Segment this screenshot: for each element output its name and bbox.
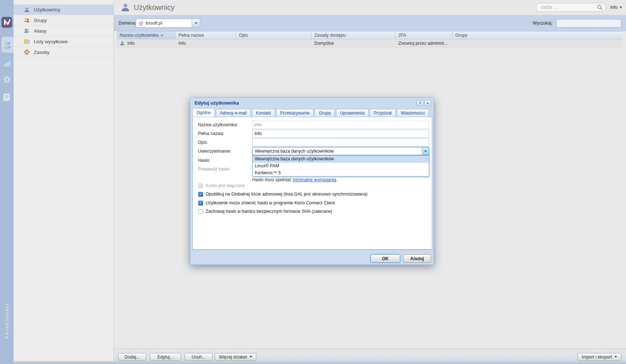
option-internal-database[interactable]: Wewnętrzna baza danych użytkowników [253, 156, 429, 163]
app-logo-icon[interactable] [1, 17, 12, 28]
nav-stats-button[interactable] [0, 57, 14, 70]
user-icon [24, 7, 30, 13]
domain-dropdown-button[interactable] [192, 19, 200, 27]
chevron-down-icon [424, 150, 427, 152]
sidebar: Użytkownicy Grupy Aliasy [14, 0, 114, 364]
domain-label: Domena: [119, 15, 137, 32]
chevron-down-icon [195, 22, 198, 24]
sidebar-item-uzytkownicy[interactable]: Użytkownicy [14, 4, 113, 15]
info-menu-button[interactable]: Info [610, 0, 622, 15]
tab-przydzial[interactable]: Przydział [370, 109, 396, 117]
close-icon[interactable]: × [424, 100, 431, 106]
column-header-grupy[interactable]: Grupy [452, 32, 623, 39]
sidebar-item-label: Zasoby [34, 50, 50, 55]
tab-grupy[interactable]: Grupy [315, 109, 335, 117]
option-linux-pam[interactable]: Linux® PAM [253, 163, 429, 170]
edit-button[interactable]: Edytuj... [150, 353, 181, 361]
filter-toolbar: Domena: @ bssoft.pl Wyszukaj: [114, 15, 626, 31]
nav-logs-button[interactable] [0, 90, 14, 105]
chevron-down-icon [619, 7, 622, 8]
users-icon [3, 40, 12, 50]
column-header-zasady-dostepu[interactable]: Zasady dostępu [311, 32, 395, 39]
at-icon: @ [136, 21, 146, 26]
users-page-icon [120, 3, 130, 12]
description-field[interactable] [252, 138, 429, 146]
chevron-down-icon [614, 356, 617, 358]
domain-value: bssoft.pl [146, 21, 162, 26]
column-header-opis[interactable]: Opis [236, 32, 311, 39]
checkbox-account-enabled: Konto jest włączone [198, 183, 245, 188]
logs-icon [3, 93, 11, 102]
column-header-nazwa-uzytkownika[interactable]: Nazwa użytkownika [117, 32, 176, 39]
cell-description [236, 39, 311, 47]
gear-icon [3, 75, 11, 84]
bottom-status-strip [14, 361, 626, 364]
tab-adresy-email[interactable]: Adresy e-mail [216, 109, 251, 117]
sidebar-item-aliasy[interactable]: Aliasy [14, 26, 113, 36]
domain-select[interactable]: @ bssoft.pl [136, 19, 200, 28]
nav-users-button[interactable] [1, 37, 14, 53]
tab-kontakt[interactable]: Kontakt [252, 109, 275, 117]
column-header-pelna-nazwa[interactable]: Pełna nazwa [176, 32, 236, 39]
checkbox-unchecked-icon [198, 209, 203, 214]
checkbox-user-can-change-password[interactable]: Użytkownik może zmienić hasło w programi… [198, 200, 335, 205]
delete-button[interactable]: Usuń... [185, 353, 213, 361]
checkbox-publish-gal[interactable]: Opublikuj na Globalnej liście adresowej … [198, 192, 368, 197]
sidebar-item-listy-wysylkowe[interactable]: Listy wysyłkowe [14, 36, 113, 47]
home-icon [24, 49, 30, 55]
import-export-button[interactable]: Import i eksport [578, 353, 621, 361]
edit-user-dialog: Edytuj użytkownika ? × Ogólne Adresy e-m… [190, 98, 434, 265]
table-header: Nazwa użytkownika Pełna nazwa Opis Zasad… [117, 31, 623, 39]
dialog-title: Edytuj użytkownika [190, 98, 434, 108]
more-actions-button[interactable]: Więcej działań [215, 353, 256, 361]
column-header-2fa[interactable]: 2FA [395, 32, 452, 39]
option-kerberos-5[interactable]: Kerberos™ 5 [253, 170, 429, 176]
nav-strip: KerioConnect [0, 0, 14, 364]
description-label: Opis: [198, 140, 208, 145]
chevron-down-icon [249, 356, 252, 358]
select-dropdown-button[interactable] [422, 148, 429, 155]
username-label: Nazwa użytkownika: [198, 122, 238, 127]
search-label: Wyszukaj: [532, 15, 553, 32]
sidebar-item-zasoby[interactable]: Zasoby [14, 47, 113, 58]
minimal-requirements-link[interactable]: minimalne wymagania [293, 177, 336, 182]
mailing-list-icon [24, 39, 30, 44]
global-search-input[interactable] [536, 3, 606, 12]
dialog-footer: OK Anuluj [190, 249, 434, 265]
cancel-button[interactable]: Anuluj [403, 254, 431, 263]
group-icon [24, 17, 30, 23]
checkbox-sha-format[interactable]: Zachowaj hasło w bardzo bezpiecznym form… [198, 209, 332, 214]
fullname-label: Pełna nazwa: [198, 131, 224, 136]
tab-przekazywanie[interactable]: Przekazywanie [276, 109, 314, 117]
username-field [252, 121, 429, 129]
tab-ogolne[interactable]: Ogólne [192, 108, 215, 117]
info-menu-label: Info [610, 5, 618, 10]
table-row[interactable]: info Info Domyślne Zresetuj przez admini… [117, 39, 623, 47]
tab-uprawnienia[interactable]: Uprawnienia [336, 109, 369, 117]
tab-wiadomosci[interactable]: Wiadomości [397, 109, 429, 117]
ok-button[interactable]: OK [370, 254, 400, 263]
add-button[interactable]: Dodaj... [118, 353, 146, 361]
checkbox-checked-icon [198, 192, 203, 197]
sidebar-item-grupy[interactable]: Grupy [14, 15, 113, 26]
dialog-tabs: Ogólne Adresy e-mail Kontakt Przekazywan… [192, 109, 431, 117]
fullname-field[interactable] [252, 130, 429, 138]
password-label: Hasło: [198, 158, 210, 163]
cell-groups [452, 39, 623, 47]
search-icon [597, 4, 603, 10]
user-search-input[interactable] [556, 19, 621, 28]
stats-icon [3, 59, 11, 68]
page-header: Użytkownicy Info [114, 0, 626, 15]
authentication-label: Uwierzytelnianie: [198, 149, 231, 154]
sort-ascending-icon [160, 34, 163, 36]
nav-settings-button[interactable] [0, 73, 14, 87]
sidebar-item-label: Grupy [34, 18, 47, 23]
authentication-select[interactable]: Wewnętrzna baza danych użytkowników [252, 147, 429, 155]
help-icon[interactable]: ? [417, 100, 423, 106]
authentication-dropdown-list: Wewnętrzna baza danych użytkowników Linu… [252, 155, 429, 176]
alias-icon [24, 28, 30, 34]
checkbox-checked-icon [198, 201, 203, 205]
sidebar-item-label: Listy wysyłkowe [34, 39, 68, 44]
authentication-value: Wewnętrzna baza danych użytkowników [255, 148, 334, 155]
page-title: Użytkownicy [134, 0, 174, 15]
